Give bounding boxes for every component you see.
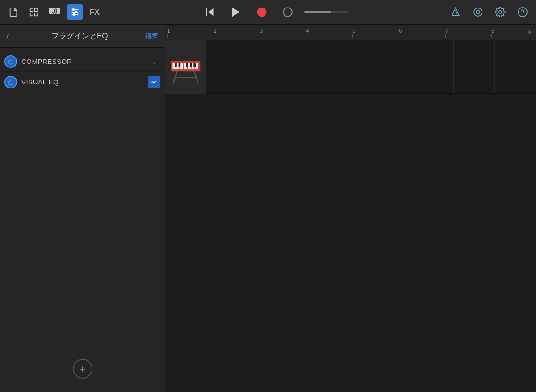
back-button[interactable]: ‹ [6,30,9,42]
panel-title: プラグインとEQ [14,31,145,41]
svg-point-22 [283,8,292,17]
track-area [165,40,536,392]
panel-header: ‹ プラグインとEQ 編集 [0,25,165,48]
track-content[interactable] [206,40,536,93]
main-toolbar: FX [0,0,536,25]
left-panel: ‹ プラグインとEQ 編集 COMPRESSOR ⌄ [0,25,165,392]
svg-rect-11 [57,8,58,12]
main-content: ‹ プラグインとEQ 編集 COMPRESSOR ⌄ [0,25,536,392]
svg-point-15 [73,9,75,11]
svg-rect-43 [195,63,198,69]
svg-rect-46 [186,63,188,67]
svg-rect-39 [180,63,183,69]
visual-eq-name: VISUAL EQ [21,78,143,86]
visual-eq-plugin-item[interactable]: VISUAL EQ [0,72,165,92]
play-button[interactable] [226,3,245,21]
svg-marker-23 [452,8,459,16]
compressor-power-button[interactable] [4,55,17,68]
help-icon[interactable] [515,4,531,20]
svg-rect-10 [53,8,54,12]
svg-rect-45 [179,63,181,67]
ruler-mark-7: 7 [444,28,490,38]
keyboard-track [165,40,536,94]
ruler-mark-2: 2 [212,28,258,38]
rewind-button[interactable] [201,3,219,21]
ruler-mark-4: 4 [304,28,351,38]
svg-rect-1 [35,8,38,11]
metronome-icon[interactable] [448,4,464,20]
ruler-marks: 1 2 3 4 5 [165,28,536,38]
volume-slider[interactable] [304,11,349,13]
grid-icon[interactable] [26,4,42,20]
track-thumbnail[interactable] [165,40,206,94]
fx-label[interactable]: FX [88,8,101,17]
compressor-name: COMPRESSOR [21,58,143,65]
timeline-ruler: 1 2 3 4 5 [165,25,536,40]
compressor-expand-button[interactable]: ⌄ [148,55,160,68]
svg-marker-20 [232,8,239,17]
svg-point-28 [518,8,527,17]
plugin-list: COMPRESSOR ⌄ VISUAL EQ [0,48,165,96]
track-grid [206,40,536,93]
chevron-down-icon: ⌄ [151,58,157,65]
settings-icon[interactable] [492,4,508,20]
svg-rect-3 [35,13,38,16]
record-button[interactable] [252,3,271,21]
ruler-mark-1: 1 [165,28,212,38]
svg-rect-0 [30,8,33,11]
ruler-mark-5: 5 [351,28,397,38]
ruler-mark-3: 3 [258,28,305,38]
svg-marker-18 [208,8,213,16]
svg-rect-48 [193,63,196,67]
svg-point-27 [499,11,502,13]
add-track-button[interactable]: + [527,27,532,38]
file-icon[interactable] [5,4,21,20]
svg-point-26 [476,10,480,14]
add-plugin-container: + [0,96,165,392]
toolbar-right [448,4,531,20]
svg-rect-9 [50,8,51,12]
svg-point-21 [257,8,266,17]
svg-point-16 [75,11,77,13]
piano-icon[interactable] [46,4,63,20]
visual-eq-power-button[interactable] [4,76,17,88]
monitor-button[interactable] [278,3,297,21]
compressor-plugin-item[interactable]: COMPRESSOR ⌄ [0,51,165,72]
svg-rect-2 [30,13,33,16]
mixer-icon[interactable] [67,4,83,20]
svg-point-17 [73,14,75,16]
ruler-mark-6: 6 [397,28,444,38]
visual-eq-open-button[interactable] [148,76,160,88]
edit-button[interactable]: 編集 [145,32,159,40]
svg-rect-44 [175,63,177,67]
svg-point-25 [474,8,482,16]
svg-rect-47 [190,63,192,67]
chat-icon[interactable] [470,4,486,20]
right-panel: 1 2 3 4 5 [165,25,536,392]
toolbar-left: FX [5,4,101,20]
add-plugin-button[interactable]: + [73,359,92,379]
toolbar-center [105,3,444,21]
